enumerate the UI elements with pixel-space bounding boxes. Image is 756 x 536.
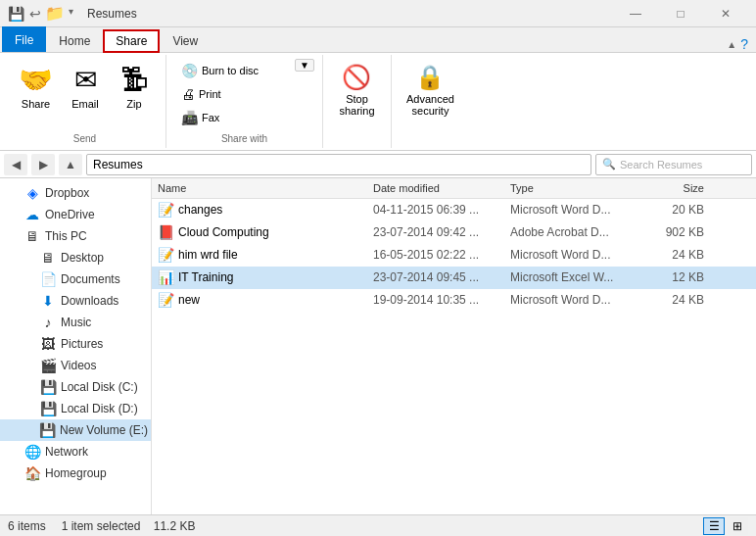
maximize-button[interactable]: □ — [658, 0, 703, 27]
table-row[interactable]: 📝 him wrd file 16-05-2015 02:22 ... Micr… — [152, 244, 756, 267]
stop-sharing-icon: 🚫 — [342, 64, 371, 91]
sidebar-label-music: Music — [61, 316, 91, 329]
downloads-icon: ⬇ — [39, 293, 57, 309]
quick-access-undo-icon[interactable]: ↩ — [27, 6, 43, 22]
zip-button[interactable]: 🗜 Zip — [111, 59, 158, 115]
sidebar-item-documents[interactable]: 📄 Documents — [0, 268, 151, 290]
status-bar: 6 items 1 item selected 11.2 KB ☰ ⊞ — [0, 514, 756, 536]
sidebar-item-music[interactable]: ♪ Music — [0, 312, 151, 333]
tab-bar: File Home Share View ▲ ? — [0, 27, 756, 53]
tab-share[interactable]: Share — [103, 29, 160, 53]
advanced-security-button[interactable]: 🔒 Advancedsecurity — [400, 59, 461, 144]
this-pc-icon: 🖥 — [24, 228, 41, 244]
sidebar-item-onedrive[interactable]: ☁ OneDrive — [0, 204, 151, 225]
dropbox-icon: ◈ — [24, 185, 41, 201]
sidebar-label-pictures: Pictures — [61, 337, 103, 351]
send-group-label: Send — [73, 129, 96, 144]
sidebar-item-local-d[interactable]: 💾 Local Disk (D:) — [0, 398, 151, 419]
sidebar-label-local-d: Local Disk (D:) — [61, 402, 138, 415]
fax-button[interactable]: 📠 Fax — [174, 107, 291, 128]
sidebar-item-local-c[interactable]: 💾 Local Disk (C:) — [0, 376, 151, 398]
sidebar-item-pictures[interactable]: 🖼 Pictures — [0, 333, 151, 355]
table-row[interactable]: 📝 changes 04-11-2015 06:39 ... Microsoft… — [152, 199, 756, 221]
address-path[interactable]: Resumes — [86, 154, 591, 175]
file-date-cell: 23-07-2014 09:42 ... — [367, 222, 504, 242]
share-button[interactable]: 🤝 Share — [12, 59, 60, 115]
back-button[interactable]: ◀ — [4, 154, 27, 175]
col-name[interactable]: Name — [152, 180, 367, 196]
file-name: IT Training — [178, 270, 233, 284]
file-type-icon: 📊 — [158, 269, 174, 285]
print-button[interactable]: 🖨 Print — [174, 83, 291, 105]
sidebar-item-network[interactable]: 🌐 Network — [0, 441, 151, 463]
ribbon-expand-icon[interactable]: ▲ — [727, 39, 736, 50]
new-volume-icon: 💾 — [39, 422, 56, 438]
sidebar-label-local-c: Local Disk (C:) — [61, 380, 138, 394]
sidebar-item-new-volume[interactable]: 💾 New Volume (E:) — [0, 419, 151, 441]
sidebar-item-dropbox[interactable]: ◈ Dropbox — [0, 182, 151, 204]
email-button[interactable]: ✉ Email — [62, 59, 109, 115]
table-row[interactable]: 📊 IT Training 23-07-2014 09:45 ... Micro… — [152, 267, 756, 289]
quick-access-save-icon[interactable]: 💾 — [8, 6, 24, 22]
sidebar-item-videos[interactable]: 🎬 Videos — [0, 355, 151, 376]
forward-button[interactable]: ▶ — [31, 154, 55, 175]
file-date-cell: 23-07-2014 09:45 ... — [367, 268, 504, 287]
col-type[interactable]: Type — [504, 180, 641, 196]
table-row[interactable]: 📕 Cloud Computing 23-07-2014 09:42 ... A… — [152, 221, 756, 244]
tab-view[interactable]: View — [160, 28, 211, 52]
burn-button[interactable]: 💿 Burn to disc — [174, 60, 291, 81]
search-placeholder: Search Resumes — [620, 159, 702, 171]
view-controls: ☰ ⊞ — [703, 517, 748, 535]
main-content: ◈ Dropbox ☁ OneDrive 🖥 This PC 🖥 Desktop… — [0, 178, 756, 514]
large-icons-view-button[interactable]: ⊞ — [727, 517, 748, 535]
sidebar-label-dropbox: Dropbox — [45, 186, 89, 200]
col-size[interactable]: Size — [641, 180, 710, 196]
window-title: Resumes — [87, 7, 613, 21]
zip-icon: 🗜 — [120, 64, 148, 96]
table-row[interactable]: 📝 new 19-09-2014 10:35 ... Microsoft Wor… — [152, 289, 756, 312]
sidebar-label-this-pc: This PC — [45, 229, 87, 243]
sidebar-label-downloads: Downloads — [61, 294, 118, 308]
sidebar-item-homegroup[interactable]: 🏠 Homegroup — [0, 463, 151, 484]
title-arrow: ▾ — [69, 6, 73, 22]
burn-label: Burn to disc — [202, 65, 259, 76]
file-name: new — [178, 293, 200, 307]
desktop-icon: 🖥 — [39, 250, 57, 266]
file-name-cell: 📝 changes — [152, 199, 367, 220]
tab-home[interactable]: Home — [46, 28, 103, 52]
minimize-button[interactable]: — — [613, 0, 658, 27]
help-icon[interactable]: ? — [740, 36, 748, 52]
sidebar-item-downloads[interactable]: ⬇ Downloads — [0, 290, 151, 312]
stop-sharing-button[interactable]: 🚫 Stopsharing — [332, 59, 381, 144]
close-button[interactable]: ✕ — [703, 0, 748, 27]
sidebar-item-this-pc[interactable]: 🖥 This PC — [0, 225, 151, 247]
item-count: 6 items — [8, 519, 46, 533]
share-with-dropdown[interactable]: ▼ — [295, 59, 314, 72]
tab-file[interactable]: File — [2, 26, 46, 52]
fax-icon: 📠 — [181, 110, 198, 125]
file-rows: 📝 changes 04-11-2015 06:39 ... Microsoft… — [152, 199, 756, 514]
share-label: Share — [22, 98, 50, 110]
email-label: Email — [71, 98, 99, 110]
file-list-header: Name Date modified Type Size — [152, 178, 756, 199]
print-icon: 🖨 — [181, 86, 195, 102]
details-view-button[interactable]: ☰ — [703, 517, 725, 535]
ribbon-advanced-security-group: 🔒 Advancedsecurity — [392, 55, 469, 148]
tab-right-controls: ▲ ? — [727, 36, 756, 52]
file-list: Name Date modified Type Size 📝 changes 0… — [152, 178, 756, 514]
local-d-icon: 💾 — [39, 401, 57, 416]
up-button[interactable]: ▲ — [59, 154, 82, 175]
search-box[interactable]: 🔍 Search Resumes — [595, 154, 752, 175]
onedrive-icon: ☁ — [24, 207, 41, 222]
sidebar-item-desktop[interactable]: 🖥 Desktop — [0, 247, 151, 268]
search-icon: 🔍 — [602, 158, 616, 171]
share-icon: 🤝 — [19, 64, 53, 96]
ribbon-share-with-group: 💿 Burn to disc 🖨 Print 📠 Fax ▼ Share wit… — [166, 55, 323, 148]
file-type-cell: Microsoft Excel W... — [504, 268, 641, 287]
sidebar: ◈ Dropbox ☁ OneDrive 🖥 This PC 🖥 Desktop… — [0, 178, 152, 514]
file-type-icon: 📕 — [158, 224, 174, 240]
sidebar-label-homegroup: Homegroup — [45, 466, 107, 480]
col-date[interactable]: Date modified — [367, 180, 504, 196]
sidebar-label-documents: Documents — [61, 272, 120, 286]
address-path-text: Resumes — [93, 158, 143, 171]
